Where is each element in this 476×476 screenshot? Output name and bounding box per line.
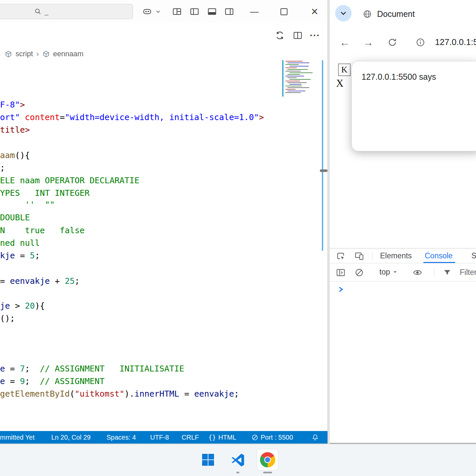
minimap-line (285, 92, 301, 93)
statusbar-language[interactable]: {} HTML (208, 431, 236, 444)
context-selector[interactable]: top (379, 268, 398, 277)
device-toolbar-icon (354, 251, 364, 261)
minimap-line (287, 69, 308, 70)
dialog-message: 127.0.0.1:5500 says (362, 72, 436, 82)
code-line: N true false (0, 224, 85, 237)
overview-ruler (322, 60, 323, 251)
statusbar-port[interactable]: Port : 5500 (251, 431, 293, 444)
console-prompt-icon[interactable] (338, 285, 344, 293)
taskbar (0, 444, 476, 476)
active-tab-underline (423, 262, 455, 263)
statusbar-notifications[interactable] (312, 431, 319, 444)
minimap-line (287, 82, 307, 83)
code-line: ned null (0, 237, 40, 249)
minimap-change-gutter (282, 60, 283, 97)
sidebar-panel-icon (336, 268, 346, 278)
minimap-line (289, 84, 301, 85)
chrome-taskbar-button[interactable] (257, 449, 279, 471)
filter-button[interactable] (442, 267, 453, 278)
minimap-line (285, 64, 299, 65)
reload-button[interactable] (386, 36, 399, 49)
braces-icon: {} (208, 434, 216, 441)
chrome-logo-icon (260, 452, 275, 467)
statusbar: mmitted Yet Ln 20, Col 29 Spaces: 4 UTF-… (0, 431, 327, 444)
alert-dialog: 127.0.0.1:5500 says (352, 61, 476, 151)
code-line: getElementById("uitkomst").innerHTML = e… (0, 388, 239, 400)
code-line: F-8"> (0, 99, 25, 111)
statusbar-encoding[interactable]: UTF-8 (150, 431, 169, 444)
minimap-line (287, 77, 297, 78)
divider (434, 268, 435, 277)
info-icon (416, 38, 425, 47)
code-line: ; (0, 162, 5, 174)
minimap-line (285, 89, 295, 90)
page-info-button[interactable] (414, 36, 427, 49)
tab-sources[interactable]: Sources (471, 248, 476, 263)
minimap-line (287, 63, 309, 63)
tab-search-button[interactable] (335, 5, 352, 22)
code-line: ort" content="width=device-width, initia… (0, 111, 264, 124)
active-indicator (263, 472, 272, 473)
inspect-element-button[interactable] (335, 250, 346, 262)
code-line: (); (0, 312, 15, 325)
back-arrow-icon: ← (339, 36, 350, 49)
clear-console-button[interactable] (354, 267, 365, 278)
code-line: '' "" (0, 198, 55, 211)
minimap-line (289, 66, 309, 66)
inspect-cursor-icon (336, 251, 346, 261)
statusbar-git[interactable]: mmitted Yet (0, 431, 35, 444)
statusbar-eol[interactable]: CRLF (182, 431, 199, 444)
devtools-tabbar: Elements Console Sources (330, 248, 476, 263)
live-expression-button[interactable] (412, 267, 423, 278)
vscode-taskbar-button[interactable] (227, 449, 249, 471)
minimap-line (285, 86, 302, 86)
scrollbar-thumb[interactable] (320, 169, 327, 172)
windows-logo-icon (201, 453, 215, 467)
code-line: title> (0, 124, 30, 136)
code-line: DOUBLE (0, 211, 30, 224)
forward-button[interactable]: → (362, 36, 375, 49)
divider (372, 252, 372, 260)
console-sidebar-button[interactable] (335, 267, 346, 278)
minimap-line (289, 72, 313, 73)
tab-title[interactable]: Document (377, 9, 415, 19)
minimap-line (285, 71, 301, 71)
minimap-line (285, 61, 303, 62)
filter-label[interactable]: Filter (460, 268, 476, 277)
vscode-logo-icon (231, 453, 245, 467)
code-line: kje = 5; (0, 249, 40, 262)
globe-icon (363, 10, 372, 19)
code-line: e = 7; // ASSIGNMENT INITIALISATIE (0, 363, 184, 375)
tab-elements[interactable]: Elements (380, 248, 412, 263)
code-editor[interactable]: F-8">ort" content="width=device-width, i… (0, 0, 319, 431)
minimap-line (285, 81, 300, 81)
minimap-line (289, 79, 311, 80)
bell-icon (312, 434, 319, 441)
minimap-line (287, 87, 309, 88)
circle-slash-icon (251, 434, 258, 441)
eye-icon (412, 268, 422, 278)
device-toolbar-button[interactable] (354, 250, 365, 262)
desktop: _ (0, 0, 476, 476)
page-fragment-button[interactable]: K (338, 64, 351, 76)
tab-console[interactable]: Console (425, 248, 453, 263)
forward-arrow-icon: → (363, 36, 373, 49)
code-line: aam(){ (0, 149, 30, 162)
minimap-line (287, 74, 300, 75)
address-url[interactable]: 127.0.0.1:5500 (435, 37, 476, 47)
filter-funnel-icon (443, 268, 452, 277)
start-button[interactable] (197, 449, 219, 471)
chrome-window: Document ← → 127.0.0.1:5500 K X 127.0.0.… (330, 0, 476, 444)
console-output[interactable] (330, 281, 476, 301)
minimap-line (285, 76, 304, 76)
statusbar-cursor-position[interactable]: Ln 20, Col 29 (51, 431, 91, 444)
back-button[interactable]: ← (338, 36, 351, 49)
console-toolbar: top Filter (330, 263, 476, 281)
minimap-line (285, 67, 297, 68)
minimap[interactable] (282, 60, 321, 99)
reload-icon (387, 37, 397, 47)
statusbar-indentation[interactable]: Spaces: 4 (107, 431, 136, 444)
code-line: YPES INT INTEGER (0, 187, 90, 199)
code-line: e = 9; // ASSIGNMENT (0, 375, 105, 388)
page-fragment-text: X (336, 77, 343, 89)
